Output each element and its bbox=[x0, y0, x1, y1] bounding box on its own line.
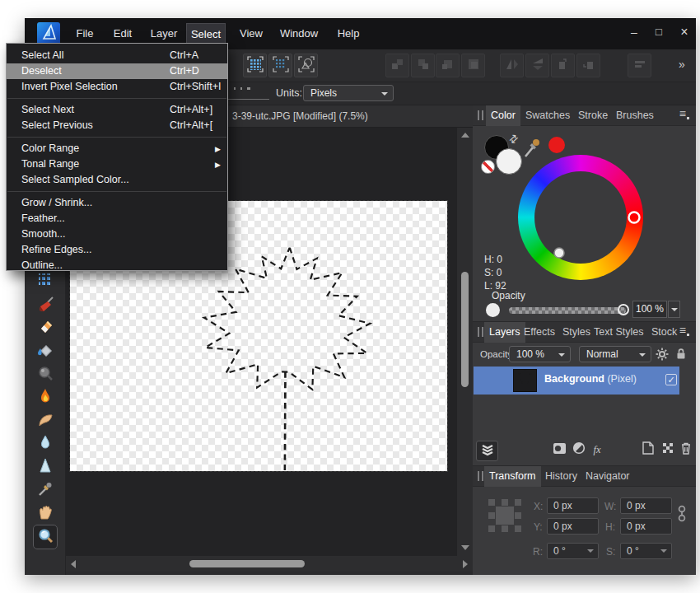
link-dimensions-icon[interactable] bbox=[677, 504, 687, 527]
scroll-left-icon[interactable] bbox=[71, 560, 76, 568]
menubar-item-window[interactable]: Window bbox=[278, 23, 320, 44]
tab-swatches[interactable]: Swatches bbox=[520, 105, 575, 126]
delete-layer-button[interactable] bbox=[679, 442, 693, 457]
mask-layer-button[interactable] bbox=[552, 442, 567, 457]
sl-marker[interactable] bbox=[554, 248, 564, 258]
rotate-cw-button[interactable] bbox=[576, 54, 600, 77]
panel-menu-icon[interactable]: ≡ bbox=[679, 107, 689, 120]
panel-grip-icon[interactable] bbox=[478, 327, 483, 337]
tool-pixel-grid[interactable] bbox=[35, 272, 55, 292]
opacity-slider-thumb[interactable] bbox=[618, 304, 629, 315]
tab-brushes[interactable]: Brushes bbox=[611, 105, 659, 126]
tool-dodge[interactable] bbox=[35, 365, 55, 385]
new-pixel-layer-button[interactable] bbox=[660, 442, 675, 457]
menubar-item-layer[interactable]: Layer bbox=[148, 23, 180, 44]
layers-stack-button[interactable] bbox=[476, 441, 498, 461]
tab-color[interactable]: Color bbox=[486, 105, 520, 126]
vertical-scroll-thumb[interactable] bbox=[461, 272, 469, 387]
tool-eraser[interactable] bbox=[35, 319, 55, 339]
document-tab-title[interactable]: 3-39-utc.JPG [Modified] (7.5%) bbox=[232, 110, 368, 122]
lock-icon[interactable] bbox=[675, 348, 687, 363]
x-field[interactable]: 0 px bbox=[547, 497, 599, 514]
anchor-point-selector[interactable] bbox=[488, 499, 521, 532]
maximize-button[interactable]: □ bbox=[647, 21, 670, 43]
selection-mode-dim-button[interactable] bbox=[268, 54, 292, 77]
tool-burn[interactable] bbox=[35, 388, 55, 408]
tool-blur[interactable] bbox=[35, 434, 55, 454]
rotate-ccw-button[interactable] bbox=[551, 54, 575, 77]
layer-effects-button[interactable]: fx bbox=[590, 442, 604, 457]
tool-flood-fill[interactable] bbox=[35, 342, 55, 362]
y-field[interactable]: 0 px bbox=[547, 518, 599, 535]
menubar-item-file[interactable]: File bbox=[72, 23, 97, 44]
toolbar-overflow-chevron[interactable]: » bbox=[679, 58, 685, 71]
vertical-scrollbar[interactable] bbox=[457, 128, 473, 556]
blend-mode-dropdown[interactable]: Normal bbox=[579, 346, 651, 362]
alignment-button[interactable] bbox=[628, 54, 651, 77]
menubar-item-help[interactable]: Help bbox=[334, 23, 362, 44]
tab-history[interactable]: History bbox=[540, 466, 582, 487]
menu-item-select-next[interactable]: Select NextCtrl+Alt+] bbox=[7, 102, 227, 118]
scroll-up-icon[interactable] bbox=[461, 133, 469, 138]
horizontal-scroll-thumb[interactable] bbox=[189, 560, 305, 567]
blend-options-gear-icon[interactable] bbox=[656, 348, 669, 364]
saturation-triangle[interactable] bbox=[518, 155, 643, 280]
menubar-item-select[interactable]: Select bbox=[186, 23, 226, 44]
tab-stock[interactable]: Stock bbox=[646, 322, 682, 343]
opacity-value-box[interactable]: 100 % bbox=[632, 301, 667, 318]
adjustment-layer-button[interactable] bbox=[572, 442, 586, 457]
panel-grip-icon[interactable] bbox=[478, 110, 483, 120]
menu-item-select-previous[interactable]: Select PreviousCtrl+Alt+[ bbox=[7, 118, 227, 133]
menu-item-outline[interactable]: Outline... bbox=[7, 258, 227, 273]
tab-effects[interactable]: Effects bbox=[519, 322, 560, 343]
units-dropdown[interactable]: Pixels bbox=[303, 85, 394, 101]
tool-zoom[interactable] bbox=[33, 525, 58, 549]
tool-paint-brush[interactable] bbox=[35, 296, 55, 315]
tab-transform[interactable]: Transform bbox=[484, 466, 541, 487]
scroll-right-icon[interactable] bbox=[463, 560, 468, 568]
layer-row-background[interactable]: Background (Pixel) ✓ bbox=[474, 367, 679, 395]
menu-item-refine-edges[interactable]: Refine Edges... bbox=[7, 242, 227, 258]
menu-item-color-range[interactable]: Color Range▶ bbox=[7, 141, 227, 156]
selection-mode-shapes-button[interactable] bbox=[294, 54, 318, 77]
menu-item-deselect[interactable]: DeselectCtrl+D bbox=[7, 63, 227, 79]
scroll-down-icon[interactable] bbox=[461, 545, 469, 550]
arrange-move-up-button[interactable] bbox=[436, 54, 460, 77]
rotation-field[interactable]: 0 ° bbox=[547, 543, 599, 559]
layer-thumbnail[interactable] bbox=[513, 369, 537, 392]
selection-mode-pixel-button[interactable] bbox=[243, 54, 267, 77]
arrange-move-down-button[interactable] bbox=[411, 54, 435, 77]
menu-item-feather[interactable]: Feather... bbox=[7, 211, 227, 226]
panel-grip-icon[interactable] bbox=[478, 471, 483, 481]
maple-leaf-image[interactable] bbox=[183, 244, 388, 474]
tab-stroke[interactable]: Stroke bbox=[573, 105, 613, 126]
tab-text-styles[interactable]: Text Styles bbox=[589, 322, 648, 343]
w-field[interactable]: 0 px bbox=[620, 497, 672, 514]
menu-item-grow-shrink[interactable]: Grow / Shrink... bbox=[7, 195, 227, 211]
menu-item-invert-pixel-selection[interactable]: Invert Pixel SelectionCtrl+Shift+I bbox=[7, 79, 227, 95]
layers-opacity-dropdown[interactable]: 100 % bbox=[509, 346, 571, 362]
tool-smudge[interactable] bbox=[35, 411, 55, 431]
shear-field[interactable]: 0 ° bbox=[620, 543, 672, 559]
opacity-slider-track[interactable] bbox=[509, 307, 626, 314]
hue-marker[interactable] bbox=[629, 212, 640, 223]
arrange-move-front-button[interactable] bbox=[461, 54, 485, 77]
new-layer-button[interactable] bbox=[641, 442, 656, 457]
no-color-chip[interactable] bbox=[481, 160, 495, 174]
horizontal-scrollbar[interactable] bbox=[66, 556, 473, 572]
layer-visibility-checkbox[interactable]: ✓ bbox=[665, 374, 677, 385]
picked-color-swatch[interactable] bbox=[548, 137, 565, 153]
menu-item-select-all[interactable]: Select AllCtrl+A bbox=[7, 48, 227, 63]
close-button[interactable]: × bbox=[673, 21, 696, 43]
tab-navigator[interactable]: Navigator bbox=[581, 466, 635, 487]
color-wheel[interactable] bbox=[518, 155, 643, 280]
panel-menu-icon[interactable]: ≡ bbox=[679, 324, 689, 337]
opacity-dropdown-button[interactable] bbox=[668, 301, 680, 318]
flip-horizontal-button[interactable] bbox=[525, 54, 549, 77]
menubar-item-view[interactable]: View bbox=[237, 23, 265, 44]
flip-vertical-button[interactable] bbox=[500, 54, 524, 77]
opacity-white-chip[interactable] bbox=[486, 303, 500, 317]
menu-item-select-sampled-color[interactable]: Select Sampled Color... bbox=[7, 172, 227, 188]
menubar-item-edit[interactable]: Edit bbox=[110, 23, 135, 44]
menu-item-smooth[interactable]: Smooth... bbox=[7, 226, 227, 242]
